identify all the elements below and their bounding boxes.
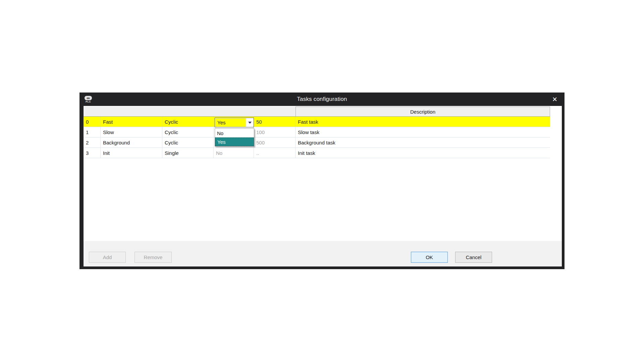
task-single-cell[interactable]: No (214, 148, 254, 158)
tasks-table: Description 0 Fast Cyclic 50 Fast task 1… (84, 107, 550, 158)
title-bar[interactable]: ∞ PLC Tasks configuration ✕ (79, 93, 565, 106)
task-interval-cell[interactable]: 500 (254, 137, 296, 147)
tasks-configuration-dialog: ∞ PLC Tasks configuration ✕ Description … (79, 93, 565, 269)
task-name-cell[interactable]: Init (101, 148, 162, 158)
task-id-cell[interactable]: 2 (84, 137, 101, 147)
description-column-header[interactable]: Description (296, 107, 550, 117)
task-interval-cell[interactable]: 100 (254, 127, 296, 137)
task-description-cell[interactable]: Init task (296, 148, 550, 158)
task-id-cell[interactable]: 1 (84, 127, 101, 137)
dialog-footer: Add Remove OK Cancel (84, 241, 562, 266)
task-id-cell[interactable]: 3 (84, 148, 101, 158)
chevron-down-icon (248, 122, 252, 124)
task-name-cell[interactable]: Fast (101, 117, 162, 127)
task-type-cell[interactable]: Single (162, 148, 214, 158)
cancel-button[interactable]: Cancel (455, 252, 492, 263)
task-name-cell[interactable]: Background (101, 137, 162, 147)
table-header-row: Description (84, 107, 550, 117)
combobox-option-no[interactable]: No (215, 129, 254, 137)
task-id-cell[interactable]: 0 (84, 117, 101, 127)
single-combobox[interactable]: Yes (215, 118, 254, 127)
dialog-title: Tasks configuration (79, 93, 565, 106)
task-type-cell[interactable]: Cyclic (162, 137, 214, 147)
add-button[interactable]: Add (89, 252, 126, 263)
combobox-value[interactable]: Yes (215, 118, 246, 127)
ok-button[interactable]: OK (411, 252, 448, 263)
task-description-cell[interactable]: Fast task (296, 117, 550, 127)
task-interval-cell[interactable]: 50 (254, 117, 296, 127)
table-row[interactable]: 2 Background Cyclic 500 Background task (84, 137, 550, 148)
task-type-cell[interactable]: Cyclic (162, 127, 214, 137)
task-type-cell[interactable]: Cyclic (162, 117, 214, 127)
table-row[interactable]: 0 Fast Cyclic 50 Fast task (84, 117, 550, 127)
task-description-cell[interactable]: Slow task (296, 127, 550, 137)
combobox-option-list: No Yes (215, 128, 254, 146)
combobox-option-yes[interactable]: Yes (215, 137, 254, 146)
combobox-dropdown-button[interactable] (246, 118, 254, 127)
close-icon[interactable]: ✕ (550, 95, 560, 104)
task-interval-cell[interactable]: .. (254, 148, 296, 158)
dialog-client-area: Description 0 Fast Cyclic 50 Fast task 1… (84, 106, 562, 266)
task-name-cell[interactable]: Slow (101, 127, 162, 137)
table-row[interactable]: 3 Init Single No .. Init task (84, 148, 550, 158)
remove-button[interactable]: Remove (135, 252, 172, 263)
task-description-cell[interactable]: Background task (296, 137, 550, 147)
table-row[interactable]: 1 Slow Cyclic 100 Slow task (84, 127, 550, 137)
